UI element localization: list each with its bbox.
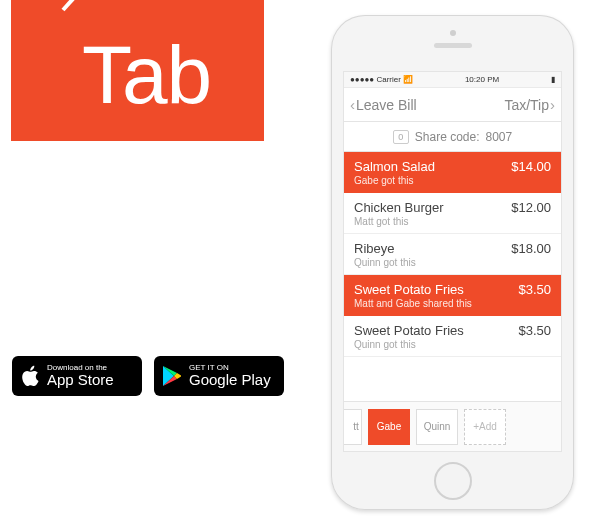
app-store-text: Download on the App Store bbox=[47, 364, 114, 389]
item-name: Chicken Burger bbox=[354, 200, 444, 215]
google-play-text: GET IT ON Google Play bbox=[189, 364, 271, 389]
item-price: $18.00 bbox=[511, 241, 551, 256]
status-carrier: ●●●●● Carrier 📶 bbox=[350, 75, 413, 84]
phone-speaker bbox=[434, 43, 472, 48]
bill-item-row[interactable]: Sweet Potato Fries$3.50Quinn got this bbox=[344, 316, 561, 357]
share-code: 8007 bbox=[486, 130, 513, 144]
nav-forward-label: Tax/Tip bbox=[504, 97, 549, 113]
logo-text: Tab bbox=[82, 34, 211, 116]
item-price: $14.00 bbox=[511, 159, 551, 174]
item-price: $12.00 bbox=[511, 200, 551, 215]
nav-back[interactable]: ‹ Leave Bill bbox=[350, 96, 417, 113]
status-battery: ▮ bbox=[551, 75, 555, 84]
bill-item-row[interactable]: Ribeye$18.00Quinn got this bbox=[344, 234, 561, 275]
bill-item-row[interactable]: Salmon Salad$14.00Gabe got this bbox=[344, 152, 561, 193]
share-code-row: 0 Share code: 8007 bbox=[344, 122, 561, 152]
status-time: 10:20 PM bbox=[465, 75, 499, 84]
nav-forward[interactable]: Tax/Tip › bbox=[504, 96, 555, 113]
item-subtext: Matt and Gabe shared this bbox=[354, 298, 551, 309]
item-subtext: Quinn got this bbox=[354, 257, 551, 268]
person-chip[interactable]: Quinn bbox=[416, 409, 458, 445]
person-chip-partial[interactable]: tt bbox=[343, 409, 362, 445]
phone-screen: ●●●●● Carrier 📶 10:20 PM ▮ ‹ Leave Bill … bbox=[343, 71, 562, 452]
item-subtext: Quinn got this bbox=[354, 339, 551, 350]
bill-item-row[interactable]: Sweet Potato Fries$3.50Matt and Gabe sha… bbox=[344, 275, 561, 316]
home-button[interactable] bbox=[434, 462, 472, 500]
phone-camera bbox=[450, 30, 456, 36]
nav-back-label: Leave Bill bbox=[356, 97, 417, 113]
bill-items-list[interactable]: Salmon Salad$14.00Gabe got thisChicken B… bbox=[344, 152, 561, 401]
chevron-right-icon: › bbox=[550, 96, 555, 113]
app-store-button[interactable]: Download on the App Store bbox=[12, 356, 142, 396]
tab-logo-block: Tab bbox=[11, 0, 264, 141]
add-person-button[interactable]: +Add bbox=[464, 409, 506, 445]
item-price: $3.50 bbox=[518, 323, 551, 338]
item-name: Salmon Salad bbox=[354, 159, 435, 174]
item-name: Sweet Potato Fries bbox=[354, 282, 464, 297]
item-name: Ribeye bbox=[354, 241, 394, 256]
nav-bar: ‹ Leave Bill Tax/Tip › bbox=[344, 88, 561, 122]
person-chip[interactable]: Gabe bbox=[368, 409, 410, 445]
item-price: $3.50 bbox=[518, 282, 551, 297]
app-store-big: App Store bbox=[47, 372, 114, 389]
phone-mockup: ●●●●● Carrier 📶 10:20 PM ▮ ‹ Leave Bill … bbox=[331, 15, 574, 510]
status-bar: ●●●●● Carrier 📶 10:20 PM ▮ bbox=[344, 72, 561, 88]
people-bar: tt GabeQuinn +Add bbox=[344, 401, 561, 451]
share-count-badge: 0 bbox=[393, 130, 409, 144]
share-label: Share code: bbox=[415, 130, 480, 144]
google-play-button[interactable]: GET IT ON Google Play bbox=[154, 356, 284, 396]
item-subtext: Matt got this bbox=[354, 216, 551, 227]
item-name: Sweet Potato Fries bbox=[354, 323, 464, 338]
item-subtext: Gabe got this bbox=[354, 175, 551, 186]
chevron-left-icon: ‹ bbox=[350, 96, 355, 113]
bill-item-row[interactable]: Chicken Burger$12.00Matt got this bbox=[344, 193, 561, 234]
google-play-icon bbox=[162, 365, 182, 387]
google-play-big: Google Play bbox=[189, 372, 271, 389]
store-buttons-row: Download on the App Store GET IT ON Goog… bbox=[12, 356, 284, 396]
apple-icon bbox=[20, 364, 40, 388]
logo-slash bbox=[62, 0, 94, 11]
